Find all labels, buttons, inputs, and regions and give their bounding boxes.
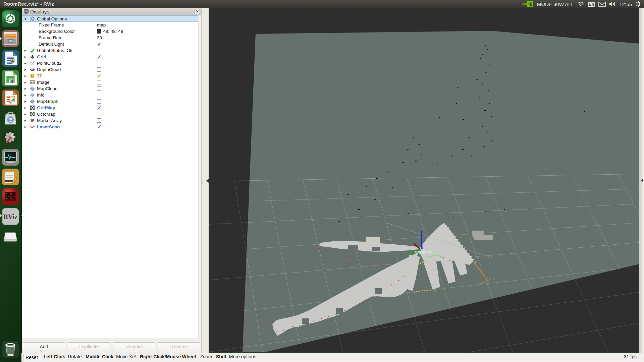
svg-text:>_: >_ — [11, 193, 14, 195]
svg-text:ɪ2ɖ6aրɪnk: ɪ2ɖ6aրɪnk — [415, 250, 432, 254]
svg-text:RViz: RViz — [3, 213, 17, 221]
svg-text:>_: >_ — [6, 197, 9, 200]
svg-text:>_: >_ — [11, 197, 14, 200]
svg-text:>_: >_ — [6, 193, 9, 195]
